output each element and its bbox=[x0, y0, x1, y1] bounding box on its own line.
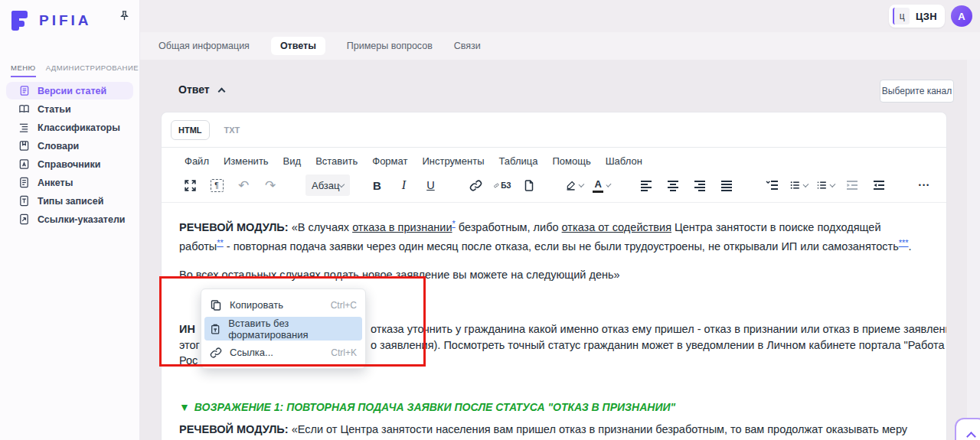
page-tabs: Общая информация Ответы Примеры вопросов… bbox=[140, 32, 980, 60]
indent-button[interactable] bbox=[871, 176, 887, 194]
sidebar-item-reference-books[interactable]: Справочники bbox=[6, 155, 133, 173]
outdent-button[interactable] bbox=[844, 176, 861, 194]
more-tools-button[interactable]: ••• bbox=[916, 176, 933, 194]
footnote-link-3[interactable]: *** bbox=[899, 238, 909, 247]
line-height-icon bbox=[766, 179, 779, 191]
app-screen: PIFIA МЕНЮ АДМИНИСТРИРОВАНИЕ Версии стат… bbox=[0, 0, 980, 440]
tab-question-examples[interactable]: Примеры вопросов bbox=[347, 41, 433, 51]
pushpin-icon bbox=[119, 10, 130, 21]
text-color-button[interactable]: A bbox=[593, 176, 609, 194]
menu-edit[interactable]: Изменить bbox=[224, 155, 269, 167]
link-icon bbox=[469, 179, 482, 192]
bold-button[interactable]: B bbox=[368, 176, 385, 194]
align-left-button[interactable] bbox=[638, 176, 655, 194]
redo-button[interactable] bbox=[262, 176, 279, 194]
context-menu-paste-without-formatting[interactable]: Вставить без форматирования bbox=[204, 317, 362, 341]
context-menu-label: Ссылка... bbox=[230, 347, 273, 358]
align-center-button[interactable] bbox=[665, 176, 681, 194]
tab-txt[interactable]: TXT bbox=[217, 121, 247, 139]
menu-view[interactable]: Вид bbox=[283, 155, 302, 167]
paragraph-style-value: Абзац bbox=[312, 180, 339, 191]
pifia-logo-icon bbox=[11, 10, 32, 31]
sidebar-item-label: Версии статей bbox=[38, 86, 106, 96]
context-menu-copy[interactable]: Копировать Ctrl+C bbox=[204, 293, 362, 317]
redo-icon bbox=[265, 178, 276, 194]
formatting-marks-button[interactable] bbox=[208, 176, 225, 194]
user-avatar[interactable]: A bbox=[951, 5, 972, 27]
scroll-to-top-button[interactable] bbox=[955, 418, 980, 440]
pin-sidebar-button[interactable] bbox=[114, 5, 134, 25]
italic-button[interactable]: I bbox=[395, 176, 412, 194]
context-menu-link[interactable]: Ссылка... Ctrl+K bbox=[204, 341, 362, 364]
tab-answers[interactable]: Ответы bbox=[271, 37, 325, 55]
sidebar-item-label: Статьи bbox=[38, 104, 71, 115]
answer-section-header: Ответ bbox=[178, 83, 224, 96]
sidebar-item-articles[interactable]: Статьи bbox=[6, 100, 133, 118]
record-types-icon bbox=[18, 195, 30, 207]
classifiers-icon bbox=[18, 122, 30, 133]
sidebar-nav: Версии статей Статьи Классификаторы Слов… bbox=[0, 81, 139, 229]
footnote-link-2[interactable]: ** bbox=[217, 238, 224, 247]
chevron-up-icon bbox=[966, 432, 976, 440]
sidebar-item-article-versions[interactable]: Версии статей bbox=[6, 82, 133, 99]
sidebar-tab-administration[interactable]: АДМИНИСТРИРОВАНИЕ bbox=[46, 64, 139, 77]
chevron-down-icon bbox=[606, 181, 611, 187]
new-document-button[interactable] bbox=[521, 176, 537, 194]
document-icon bbox=[523, 179, 535, 192]
highlight-color-button[interactable] bbox=[566, 176, 583, 194]
paragraph-marks-icon bbox=[211, 179, 224, 192]
chevron-down-icon bbox=[578, 181, 584, 187]
sidebar-item-classifiers[interactable]: Классификаторы bbox=[6, 119, 133, 136]
app-logo-text: PIFIA bbox=[39, 12, 92, 29]
undo-button[interactable] bbox=[235, 176, 252, 194]
tab-relations[interactable]: Связи bbox=[454, 41, 481, 51]
justify-icon bbox=[720, 179, 733, 191]
kb-link-icon bbox=[494, 179, 499, 192]
link-pointers-icon bbox=[18, 213, 30, 225]
sidebar-tab-menu[interactable]: МЕНЮ bbox=[11, 64, 36, 77]
underline-button[interactable]: U bbox=[422, 176, 439, 194]
page-scrollbar-track[interactable] bbox=[967, 60, 980, 440]
app-logo[interactable]: PIFIA bbox=[11, 10, 92, 31]
menu-template[interactable]: Шаблон bbox=[606, 155, 642, 167]
tab-general-info[interactable]: Общая информация bbox=[158, 41, 250, 51]
fullscreen-button[interactable] bbox=[181, 176, 198, 194]
menu-file[interactable]: Файл bbox=[185, 155, 209, 167]
indent-icon bbox=[873, 179, 885, 191]
sidebar-item-questionnaires[interactable]: Анкеты bbox=[6, 174, 133, 191]
menu-tools[interactable]: Инструменты bbox=[422, 155, 484, 167]
sidebar-item-link-pointers[interactable]: Ссылки-указатели bbox=[6, 210, 133, 228]
copy-icon bbox=[210, 299, 222, 311]
kb-link-button[interactable]: БЗ bbox=[494, 176, 511, 194]
paragraph-style-select[interactable]: Абзац bbox=[305, 174, 350, 196]
speech-module-paragraph-1: РЕЧЕВОЙ МОДУЛЬ: «В случаях отказа в приз… bbox=[179, 216, 928, 255]
objection-heading: ▼ВОЗРАЖЕНИЕ 1: ПОВТОРНАЯ ПОДАЧА ЗАЯВКИ П… bbox=[179, 399, 928, 416]
align-right-icon bbox=[694, 179, 706, 191]
sidebar-item-label: Справочники bbox=[38, 159, 100, 170]
menu-table[interactable]: Таблица bbox=[499, 155, 538, 167]
select-channel-button[interactable]: Выберите канал bbox=[880, 80, 954, 103]
align-right-button[interactable] bbox=[691, 176, 708, 194]
justify-button[interactable] bbox=[718, 176, 735, 194]
menu-insert[interactable]: Вставить bbox=[315, 155, 358, 167]
sidebar-item-dictionaries[interactable]: Словари bbox=[6, 137, 133, 155]
undo-icon bbox=[238, 178, 249, 194]
chevron-down-icon bbox=[802, 181, 808, 187]
org-switcher[interactable]: ц ЦЗН bbox=[889, 5, 945, 28]
sidebar-item-label: Анкеты bbox=[38, 178, 73, 188]
paragraph-2: Во всех остальных случаях подать новое з… bbox=[179, 267, 928, 283]
menu-format[interactable]: Формат bbox=[372, 155, 407, 167]
format-tabs: HTML TXT bbox=[162, 112, 946, 140]
chevron-down-icon bbox=[829, 181, 835, 187]
context-menu-label: Вставить без форматирования bbox=[228, 318, 357, 341]
insert-link-button[interactable] bbox=[467, 176, 484, 194]
line-height-button[interactable] bbox=[763, 176, 780, 194]
collapse-chevron-icon[interactable] bbox=[217, 87, 225, 95]
context-menu-label: Копировать bbox=[230, 299, 283, 311]
menu-help[interactable]: Помощь bbox=[552, 155, 590, 167]
sidebar-item-record-types[interactable]: Типы записей bbox=[6, 192, 133, 210]
sidebar-item-label: Типы записей bbox=[38, 196, 103, 207]
tab-html[interactable]: HTML bbox=[171, 120, 210, 140]
bullet-list-button[interactable] bbox=[790, 176, 807, 194]
numbered-list-button[interactable] bbox=[817, 176, 834, 194]
